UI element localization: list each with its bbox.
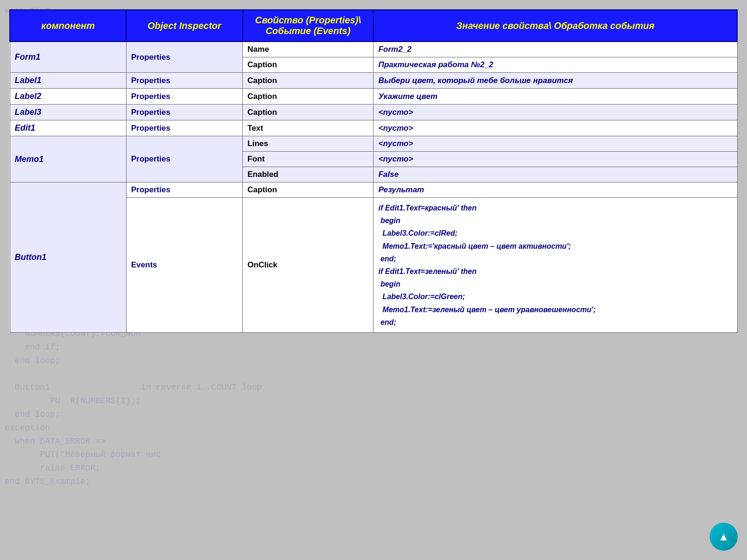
table-row: Edit1 Properties Text <пусто> [10, 120, 737, 136]
main-table-container: компонент Object Inspector Свойство (Pro… [9, 9, 738, 333]
property-value: Результат [374, 182, 737, 198]
property-name: Lines [243, 136, 374, 152]
property-name: Caption [243, 89, 374, 105]
header-property: Свойство (Properties)\ Событие (Events) [243, 10, 374, 42]
property-name: Caption [243, 182, 374, 198]
component-label3: Label3 [10, 105, 126, 120]
header-inspector: Object Inspector [126, 10, 242, 42]
header-value: Значение свойства\ Обработка события [374, 10, 737, 42]
component-button1: Button1 [10, 182, 126, 333]
table-row: Label1 Properties Caption Выбери цвет, к… [10, 73, 737, 89]
property-name: Enabled [243, 167, 374, 182]
property-value: Выбери цвет, который тебе больше нравитс… [374, 73, 737, 89]
inspector-button1-events: Events [126, 198, 242, 333]
table-row: Label2 Properties Caption Укажите цвет [10, 89, 737, 105]
inspector-form1: Properties [126, 42, 242, 73]
inspector-label3: Properties [126, 105, 242, 120]
table-row: Form1 Properties Name Form2_2 [10, 42, 737, 57]
component-memo1: Memo1 [10, 136, 126, 182]
property-value: <пусто> [374, 105, 737, 120]
header-component: компонент [10, 10, 126, 42]
property-value: Form2_2 [374, 42, 737, 57]
table-row: Button1 Properties Caption Результат [10, 182, 737, 198]
property-value: False [374, 167, 737, 182]
property-value-onclick: if Edit1.Text=красный' then begin Label3… [374, 198, 737, 333]
property-name: Font [243, 152, 374, 167]
property-value: <пусто> [374, 136, 737, 152]
component-label2: Label2 [10, 89, 126, 105]
scroll-up-button[interactable] [710, 523, 738, 551]
table-row: Label3 Properties Caption <пусто> [10, 105, 737, 120]
component-edit1: Edit1 [10, 120, 126, 136]
property-value: Практическая работа №2_2 [374, 57, 737, 73]
property-name: Caption [243, 105, 374, 120]
properties-table: компонент Object Inspector Свойство (Pro… [9, 9, 738, 333]
component-form1: Form1 [10, 42, 126, 73]
inspector-label2: Properties [126, 89, 242, 105]
property-name: Caption [243, 57, 374, 73]
component-label1: Label1 [10, 73, 126, 89]
property-value: Укажите цвет [374, 89, 737, 105]
property-name: Name [243, 42, 374, 57]
header-row: компонент Object Inspector Свойство (Pro… [10, 10, 737, 42]
property-name: OnClick [243, 198, 374, 333]
inspector-label1: Properties [126, 73, 242, 89]
inspector-edit1: Properties [126, 120, 242, 136]
property-value: <пусто> [374, 152, 737, 167]
table-row: Memo1 Properties Lines <пусто> [10, 136, 737, 152]
property-name: Text [243, 120, 374, 136]
inspector-memo1: Properties [126, 136, 242, 182]
property-name: Caption [243, 73, 374, 89]
property-value: <пусто> [374, 120, 737, 136]
inspector-button1-props: Properties [126, 182, 242, 198]
